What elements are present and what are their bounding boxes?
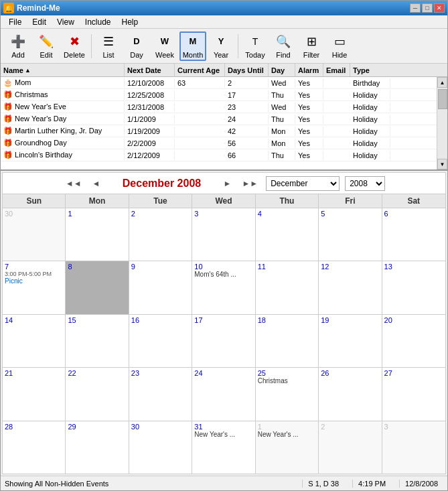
calendar-day[interactable]: 31New Year's ... [192, 421, 255, 474]
list-row[interactable]: 🎁 Groundhog Day2/2/200956MonYesHoliday [1, 137, 437, 149]
calendar-day[interactable]: 5 [319, 208, 382, 261]
calendar-day[interactable]: 4 [256, 208, 319, 261]
day-number: 29 [68, 423, 126, 431]
add-button[interactable]: ➕ Add [5, 31, 31, 61]
col-email[interactable]: Email [323, 64, 350, 76]
list-row[interactable]: 🎁 New Year's Eve12/31/200823WedYesHolida… [1, 101, 437, 113]
day-label: Day [130, 51, 143, 59]
year-label: Year [214, 51, 228, 59]
calendar-day[interactable]: 17 [192, 315, 255, 367]
day-number: 3 [194, 210, 252, 218]
calendar-day[interactable]: 11 [256, 261, 319, 313]
find-button[interactable]: 🔍 Find [270, 31, 297, 61]
calendar-day[interactable]: 14 [3, 315, 66, 367]
list-cell [323, 119, 350, 120]
calendar-day[interactable]: 2 [129, 208, 192, 261]
year-select[interactable]: 2008 [345, 176, 385, 191]
list-cell: 56 [225, 139, 269, 148]
list-cell: Holiday [350, 139, 390, 148]
list-scrollbar[interactable]: ▲ ▼ [437, 77, 447, 169]
col-type[interactable]: Type [350, 64, 390, 76]
hide-button[interactable]: ▭ Hide [326, 31, 353, 61]
col-day[interactable]: Day [269, 64, 295, 76]
status-message: Showing All Non-Hidden Events [5, 480, 302, 488]
day-number: 14 [5, 316, 63, 324]
prev-year-button[interactable]: ◄◄ [63, 178, 84, 190]
col-alarm[interactable]: Alarm [295, 64, 323, 76]
delete-label: Delete [64, 51, 85, 59]
scroll-up[interactable]: ▲ [437, 77, 447, 88]
menu-view[interactable]: View [52, 16, 80, 28]
menu-edit[interactable]: Edit [27, 16, 52, 28]
month-label: Month [183, 51, 204, 59]
col-name[interactable]: Name ▲ [1, 64, 125, 76]
calendar-day[interactable]: 28 [3, 421, 66, 474]
list-cell: Yes [295, 90, 323, 100]
add-icon: ➕ [10, 33, 26, 50]
calendar-day[interactable]: 12 [319, 261, 382, 313]
list-row[interactable]: 🎁 Lincoln's Birthday2/12/200966ThuYesHol… [1, 149, 437, 161]
next-month-button[interactable]: ► [221, 178, 234, 190]
calendar-day[interactable]: 20 [382, 315, 445, 367]
calendar-day[interactable]: 23 [129, 368, 192, 420]
list-button[interactable]: ☰ List [95, 31, 122, 61]
next-year-button[interactable]: ►► [239, 178, 260, 190]
list-wrapper: 🎂 Mom12/10/2008632WedYesBirthday🎁 Christ… [1, 77, 447, 169]
calendar-day[interactable]: 27 [382, 368, 445, 420]
calendar-day[interactable]: 30 [3, 208, 66, 261]
calendar-day[interactable]: 9 [129, 261, 192, 313]
calendar-day[interactable]: 21 [3, 368, 66, 420]
calendar-day[interactable]: 30 [129, 421, 192, 474]
menu-help[interactable]: Help [117, 16, 144, 28]
month-button[interactable]: M Month [179, 31, 206, 61]
calendar-day[interactable]: 19 [319, 315, 382, 367]
menu-include[interactable]: Include [80, 16, 117, 28]
calendar-area: ◄◄ ◄ December 2008 ► ►► JanuaryFebruaryM… [2, 172, 446, 474]
edit-button[interactable]: ✏️ Edit [33, 31, 60, 61]
calendar-day[interactable]: 1New Year's ... [256, 421, 319, 474]
scroll-thumb[interactable] [438, 89, 447, 109]
calendar-day[interactable]: 16 [129, 315, 192, 367]
list-row[interactable]: 🎁 New Year's Day1/1/200924ThuYesHoliday [1, 113, 437, 125]
calendar-day[interactable]: 8 [66, 261, 129, 313]
filter-button[interactable]: ⊞ Filter [298, 31, 325, 61]
menu-file[interactable]: File [3, 16, 27, 28]
prev-month-button[interactable]: ◄ [90, 178, 103, 190]
list-body[interactable]: 🎂 Mom12/10/2008632WedYesBirthday🎁 Christ… [1, 77, 437, 169]
col-next-date[interactable]: Next Date [125, 64, 175, 76]
list-cell: 🎁 Lincoln's Birthday [1, 150, 125, 160]
calendar-day[interactable]: 10Mom's 64th ... [192, 261, 255, 313]
list-cell: 12/25/2008 [125, 90, 175, 100]
maximize-button[interactable]: □ [422, 3, 433, 13]
today-button[interactable]: T Today [242, 31, 269, 61]
scroll-down[interactable]: ▼ [437, 159, 447, 169]
calendar-day[interactable]: 29 [66, 421, 129, 474]
calendar-day[interactable]: 25Christmas [256, 368, 319, 420]
calendar-day[interactable]: 15 [66, 315, 129, 367]
dow-wed: Wed [192, 194, 255, 208]
calendar-day[interactable]: 13 [382, 261, 445, 313]
calendar-day[interactable]: 73:00 PM-5:00 PMPicnic [3, 261, 66, 313]
week-button[interactable]: W Week [151, 31, 178, 61]
list-row[interactable]: 🎁 Martin Luther King, Jr. Day1/19/200942… [1, 125, 437, 137]
calendar-day[interactable]: 3 [192, 208, 255, 261]
list-row[interactable]: 🎂 Mom12/10/2008632WedYesBirthday [1, 77, 437, 89]
calendar-day[interactable]: 24 [192, 368, 255, 420]
list-row[interactable]: 🎁 Christmas12/25/200817ThuYesHoliday [1, 89, 437, 101]
calendar-day[interactable]: 3 [382, 421, 445, 474]
calendar-day[interactable]: 18 [256, 315, 319, 367]
calendar-day[interactable]: 2 [319, 421, 382, 474]
year-button[interactable]: Y Year [208, 31, 234, 61]
col-days-until[interactable]: Days Until [225, 64, 269, 76]
calendar-day[interactable]: 6 [382, 208, 445, 261]
delete-button[interactable]: ✖ Delete [61, 31, 88, 61]
day-button[interactable]: D Day [123, 31, 150, 61]
calendar-day[interactable]: 22 [66, 368, 129, 420]
minimize-button[interactable]: ─ [410, 3, 421, 13]
month-select[interactable]: JanuaryFebruaryMarchAprilMayJuneJulyAugu… [266, 176, 340, 191]
close-button[interactable]: ✕ [434, 3, 445, 13]
today-icon: T [247, 33, 263, 50]
calendar-day[interactable]: 26 [319, 368, 382, 420]
col-current-age[interactable]: Current Age [175, 64, 225, 76]
calendar-day[interactable]: 1 [66, 208, 129, 261]
